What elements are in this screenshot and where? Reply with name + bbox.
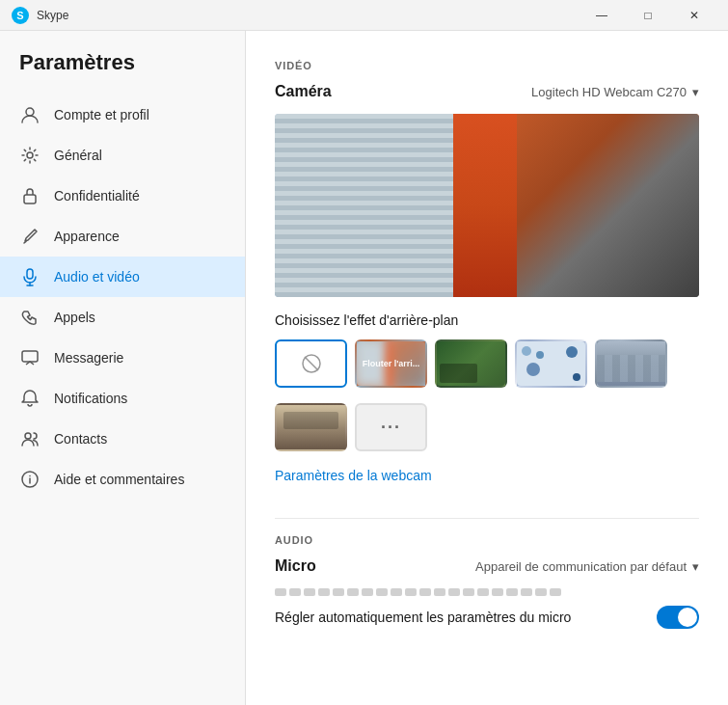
sidebar-item-appels[interactable]: Appels [0, 297, 245, 338]
bg-option-img2[interactable] [515, 339, 587, 388]
more-icon: ··· [381, 418, 401, 438]
app-icon: S [12, 7, 29, 24]
camera-dropdown[interactable]: Logitech HD Webcam C270 ▾ [531, 85, 699, 99]
mic-level-dot [289, 588, 301, 596]
mic-level-dot [535, 588, 547, 596]
sidebar-title: Paramètres [0, 50, 245, 95]
sidebar-label-general: Général [54, 148, 102, 163]
sidebar-item-general[interactable]: Général [0, 135, 245, 176]
sidebar-item-compte[interactable]: Compte et profil [0, 95, 245, 135]
video-section-label: VIDÉO [275, 60, 699, 71]
auto-adjust-label: Régler automatiquement les paramètres du… [275, 610, 571, 625]
mic-level-dot [477, 588, 489, 596]
svg-point-1 [27, 152, 33, 158]
mic-level-dot [275, 588, 286, 596]
blur-label: Flouter l'arri... [363, 359, 420, 368]
sidebar-label-messagerie: Messagerie [54, 350, 123, 366]
sidebar: Paramètres Compte et profil Général [0, 31, 246, 705]
sidebar-label-audio: Audio et vidéo [54, 269, 140, 285]
sidebar-label-aide: Aide et commentaires [54, 472, 184, 487]
svg-point-7 [25, 433, 31, 439]
mic-level-dot [347, 588, 359, 596]
info-icon [19, 469, 40, 490]
chevron-down-icon: ▾ [692, 85, 699, 99]
bg-option-none[interactable] [275, 339, 347, 388]
mic-level-dot [492, 588, 503, 596]
mic-level-dot [419, 588, 431, 596]
svg-point-0 [26, 108, 34, 116]
bg-option-blur[interactable]: Flouter l'arri... [355, 339, 427, 388]
bg-option-img1[interactable] [435, 339, 507, 388]
micro-dropdown[interactable]: Appareil de communication par défaut ▾ [475, 559, 699, 574]
sidebar-item-apparence[interactable]: Apparence [0, 216, 245, 257]
sidebar-label-apparence: Apparence [54, 229, 120, 244]
mic-level-dot [550, 588, 561, 596]
camera-setting-row: Caméra Logitech HD Webcam C270 ▾ [275, 83, 699, 100]
svg-point-10 [29, 475, 31, 477]
bg-option-img4[interactable] [275, 403, 347, 451]
webcam-settings-link[interactable]: Paramètres de la webcam [275, 468, 432, 483]
mic-level-dot [506, 588, 518, 596]
camera-preview [275, 114, 699, 297]
sidebar-label-compte: Compte et profil [54, 107, 149, 122]
bg-options-row2: ··· [275, 403, 699, 451]
auto-adjust-toggle[interactable] [657, 606, 699, 629]
sidebar-label-notifications: Notifications [54, 391, 127, 406]
lock-icon [19, 185, 40, 206]
sidebar-item-notifications[interactable]: Notifications [0, 378, 245, 419]
mic-level-dot [318, 588, 330, 596]
mic-level-dot [362, 588, 373, 596]
title-bar: S Skype — □ ✕ [0, 0, 728, 31]
minimize-button[interactable]: — [580, 0, 624, 31]
camera-value: Logitech HD Webcam C270 [531, 85, 687, 99]
mic-level-dot [434, 588, 445, 596]
svg-rect-3 [27, 269, 33, 279]
sidebar-label-appels: Appels [54, 310, 95, 325]
sidebar-label-contacts: Contacts [54, 431, 107, 447]
micro-value: Appareil de communication par défaut [475, 559, 687, 574]
sidebar-label-confidentialite: Confidentialité [54, 188, 140, 203]
sidebar-item-contacts[interactable]: Contacts [0, 419, 245, 459]
maximize-button[interactable]: □ [626, 0, 670, 31]
sidebar-item-messagerie[interactable]: Messagerie [0, 338, 245, 378]
micro-label: Micro [275, 557, 316, 575]
sidebar-item-confidentialite[interactable]: Confidentialité [0, 176, 245, 216]
audio-section-label: AUDIO [275, 534, 699, 546]
mic-level-dot [391, 588, 402, 596]
main-content: VIDÉO Caméra Logitech HD Webcam C270 ▾ C… [246, 31, 728, 705]
bg-option-img3[interactable] [595, 339, 667, 388]
bg-label: Choisissez l'effet d'arrière-plan [275, 312, 699, 328]
mic-icon [19, 266, 40, 287]
mic-level-dot [304, 588, 315, 596]
micro-setting-row: Micro Appareil de communication par défa… [275, 557, 699, 575]
bg-option-more[interactable]: ··· [355, 403, 427, 451]
window-controls: — □ ✕ [580, 0, 716, 31]
mic-level-dot [463, 588, 474, 596]
gear-icon [19, 145, 40, 166]
sidebar-item-aide[interactable]: Aide et commentaires [0, 459, 245, 500]
contacts-icon [19, 428, 40, 449]
section-divider [275, 518, 699, 519]
bg-options-row1: Flouter l'arri... [275, 339, 699, 388]
bell-icon [19, 388, 40, 409]
app-title: Skype [37, 9, 580, 22]
close-button[interactable]: ✕ [672, 0, 716, 31]
mic-level-dot [521, 588, 532, 596]
phone-icon [19, 307, 40, 328]
svg-line-12 [305, 357, 318, 370]
mic-level-bar [275, 588, 699, 596]
app-body: Paramètres Compte et profil Général [0, 31, 728, 705]
brush-icon [19, 226, 40, 247]
toggle-thumb [678, 608, 697, 627]
mic-level-dot [333, 588, 344, 596]
mic-level-dot [405, 588, 417, 596]
svg-rect-2 [24, 195, 36, 203]
chat-icon [19, 347, 40, 368]
chevron-down-icon-micro: ▾ [692, 559, 699, 574]
mic-level-dot [376, 588, 388, 596]
auto-adjust-row: Régler automatiquement les paramètres du… [275, 606, 699, 629]
sidebar-item-audio[interactable]: Audio et vidéo [0, 257, 245, 297]
svg-rect-6 [22, 351, 38, 362]
user-icon [19, 104, 40, 125]
mic-level-dot [448, 588, 460, 596]
